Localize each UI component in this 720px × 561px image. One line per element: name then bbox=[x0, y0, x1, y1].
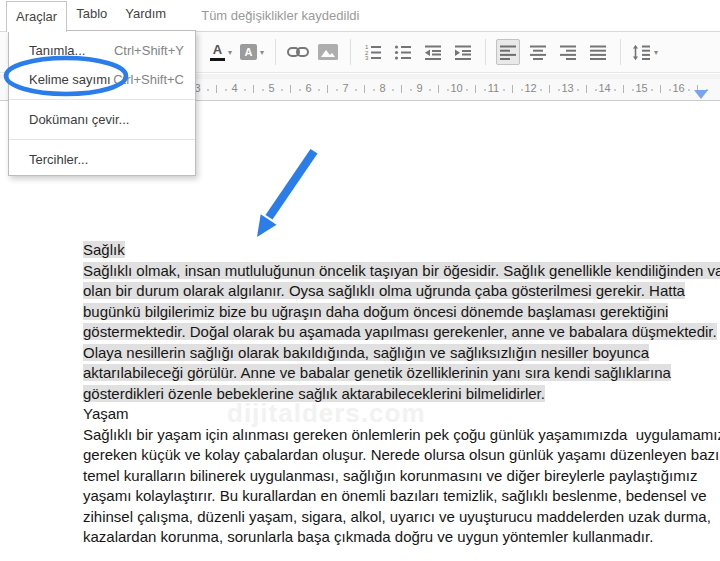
numbered-list-button[interactable]: 123 bbox=[361, 39, 385, 65]
chevron-down-icon: ▾ bbox=[260, 48, 264, 57]
ruler-number: 13 bbox=[561, 82, 573, 94]
ruler-tick bbox=[540, 89, 542, 91]
toolbar-separator bbox=[485, 39, 486, 65]
line-spacing-button[interactable]: ▾ bbox=[631, 39, 659, 65]
text-run: bugünkü bilgilerimiz bize bu uğraşın dah… bbox=[83, 303, 668, 320]
text-line[interactable]: bugünkü bilgilerimiz bize bu uğraşın dah… bbox=[83, 302, 720, 323]
ruler-number: 7 bbox=[342, 82, 348, 94]
menu-item-tercihler[interactable]: Tercihler... bbox=[9, 145, 195, 174]
menu-item-label: Dokümanı çevir... bbox=[29, 112, 129, 127]
numbered-list-icon: 123 bbox=[364, 44, 382, 61]
menu-item-label: Tanımla... bbox=[29, 43, 85, 58]
menu-item-kelime-sayimi[interactable]: Kelime sayımıCtrl+Shift+C bbox=[9, 65, 195, 94]
text-line[interactable]: kazalardan korunma, sorunlarla başa çıkm… bbox=[83, 527, 720, 548]
section-heading[interactable]: Sağlık bbox=[83, 240, 720, 261]
ruler-tick bbox=[632, 89, 634, 91]
ruler-tick bbox=[290, 85, 291, 93]
text-line[interactable]: gereken küçük ve kolay çabalardan oluşur… bbox=[83, 445, 720, 466]
increase-indent-icon bbox=[454, 44, 472, 61]
decrease-indent-button[interactable] bbox=[421, 39, 445, 65]
ruler-number: 6 bbox=[305, 82, 311, 94]
ruler-tick bbox=[503, 89, 505, 91]
menu-item-tanimla[interactable]: Tanımla...Ctrl+Shift+Y bbox=[9, 36, 195, 65]
link-icon bbox=[287, 45, 309, 59]
svg-text:3: 3 bbox=[365, 55, 369, 61]
text-color-button[interactable]: A ▾ bbox=[209, 39, 233, 65]
text-run: gösterdikleri özenle bebeklerine sağlık … bbox=[83, 385, 545, 402]
text-line[interactable]: aktarılabileceği görülür. Anne ve babala… bbox=[83, 363, 720, 384]
menu-yardim[interactable]: Yardım bbox=[116, 0, 175, 28]
insert-link-button[interactable] bbox=[286, 39, 310, 65]
menu-bar: AraçlarTabloYardım Tüm değişiklikler kay… bbox=[0, 0, 720, 30]
bulleted-list-button[interactable] bbox=[391, 39, 415, 65]
ruler-tick bbox=[253, 85, 254, 93]
ruler-tick bbox=[281, 89, 283, 91]
menu-item-label: Kelime sayımı bbox=[29, 72, 111, 87]
ruler-tick bbox=[558, 89, 560, 91]
chevron-down-icon: ▾ bbox=[228, 48, 232, 57]
ruler-number: 10 bbox=[450, 82, 462, 94]
arrow-annotation bbox=[257, 149, 318, 237]
toolbar-separator bbox=[350, 39, 351, 65]
ruler-tick bbox=[614, 89, 616, 91]
text-line[interactable]: göstermektedir. Doğal olarak bu aşamada … bbox=[83, 322, 720, 343]
text-run: aktarılabileceği görülür. Anne ve babala… bbox=[83, 364, 671, 381]
right-indent-marker[interactable] bbox=[694, 90, 708, 99]
ruler-tick bbox=[549, 85, 550, 93]
text-line[interactable]: olan bir durum olarak algılanır. Oysa sa… bbox=[83, 281, 720, 302]
menu-item-dokumani-cevir[interactable]: Dokümanı çevir... bbox=[9, 105, 195, 134]
text-line[interactable]: Sağlıklı bir yaşam için alınması gereken… bbox=[83, 425, 720, 446]
justify-button[interactable] bbox=[586, 39, 610, 65]
decrease-indent-icon bbox=[424, 44, 442, 61]
text-run: olan bir durum olarak algılanır. Oysa sa… bbox=[83, 282, 685, 299]
ruler-tick bbox=[262, 89, 264, 91]
text-line[interactable]: yaşamı kolaylaştırır. Bu kurallardan en … bbox=[83, 486, 720, 507]
increase-indent-button[interactable] bbox=[451, 39, 475, 65]
text-line[interactable]: gösterdikleri özenle bebeklerine sağlık … bbox=[83, 384, 720, 405]
chevron-down-icon: ▾ bbox=[654, 48, 658, 57]
ruler-tick bbox=[299, 89, 301, 91]
text-run: Yaşam bbox=[83, 405, 129, 422]
tools-dropdown-menu: Tanımla...Ctrl+Shift+YKelime sayımıCtrl+… bbox=[8, 30, 196, 176]
ruler-tick bbox=[318, 89, 320, 91]
text-run: Sağlıklı olmak, insan mutluluğunun öncel… bbox=[83, 262, 720, 279]
ruler-tick bbox=[327, 85, 328, 93]
ruler-tick bbox=[225, 89, 227, 91]
justify-icon bbox=[589, 44, 607, 61]
menu-item-shortcut: Ctrl+Shift+Y bbox=[114, 43, 184, 58]
text-line[interactable]: Sağlıklı olmak, insan mutluluğunun öncel… bbox=[83, 261, 720, 282]
ruler-tick bbox=[447, 89, 449, 91]
ruler-tick bbox=[595, 89, 597, 91]
text-line[interactable]: zihinsel çalışma, düzenli yaşam, sigara,… bbox=[83, 507, 720, 528]
text-line[interactable]: Olaya nesillerin sağlığı olarak bakıldığ… bbox=[83, 343, 720, 364]
highlight-color-icon: A bbox=[240, 44, 257, 60]
ruler-number: 5 bbox=[268, 82, 274, 94]
menu-item-label: Tercihler... bbox=[29, 152, 88, 167]
ruler-number: 11 bbox=[488, 82, 499, 94]
text-run: gereken küçük ve kolay çabalardan oluşur… bbox=[83, 446, 719, 463]
text-line[interactable]: temel kuralların bilinerek uygulanması, … bbox=[83, 466, 720, 487]
ruler-tick bbox=[216, 85, 217, 93]
align-right-button[interactable] bbox=[556, 39, 580, 65]
ruler-number: 4 bbox=[231, 82, 237, 94]
align-right-icon bbox=[559, 44, 577, 61]
ruler-tick bbox=[688, 89, 690, 91]
align-center-button[interactable] bbox=[526, 39, 550, 65]
ruler-tick bbox=[512, 85, 513, 93]
text-run: temel kuralların bilinerek uygulanması, … bbox=[83, 467, 697, 484]
ruler-tick bbox=[438, 85, 439, 93]
section-heading[interactable]: Yaşam bbox=[83, 404, 720, 425]
save-status-text: Tüm değişiklikler kaydedildi bbox=[201, 8, 359, 23]
insert-image-button[interactable] bbox=[316, 39, 340, 65]
menu-araclar[interactable]: Araçlar bbox=[6, 1, 67, 32]
ruler-number: 8 bbox=[379, 82, 385, 94]
align-left-button[interactable] bbox=[496, 39, 520, 65]
ruler-number: 16 bbox=[672, 82, 684, 94]
highlight-color-button[interactable]: A ▾ bbox=[239, 39, 265, 65]
text-run: göstermektedir. Doğal olarak bu aşamada … bbox=[83, 323, 717, 340]
ruler-tick bbox=[669, 89, 671, 91]
menu-tablo[interactable]: Tablo bbox=[67, 0, 116, 28]
ruler-tick bbox=[244, 89, 246, 91]
ruler-tick bbox=[466, 89, 468, 91]
ruler-tick bbox=[521, 89, 523, 91]
